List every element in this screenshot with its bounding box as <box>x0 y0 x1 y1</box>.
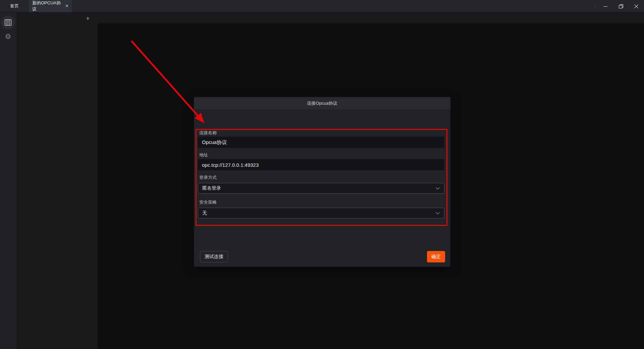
address-input[interactable] <box>198 159 444 170</box>
maximize-icon <box>619 4 624 9</box>
maximize-button[interactable] <box>613 0 629 12</box>
security-policy-value: 无 <box>202 210 207 216</box>
toolbar-strip <box>16 12 644 23</box>
window-controls <box>595 0 644 12</box>
chevron-down-icon <box>435 187 440 190</box>
minimize-button[interactable] <box>598 0 613 12</box>
dialog-header: 连接Opcua协议 <box>194 97 450 110</box>
sidebar-item-settings[interactable]: ⚙ <box>1 30 15 43</box>
login-method-value: 匿名登录 <box>202 185 221 191</box>
ok-button[interactable]: 确定 <box>427 251 445 262</box>
chevron-down-icon <box>435 212 440 215</box>
connection-name-label: 连接名称 <box>199 130 217 136</box>
titlebar: 首页 新的OPCUA协议 × <box>0 0 644 12</box>
tab-opcua-label: 新的OPCUA协议 <box>32 0 61 12</box>
close-icon <box>634 4 639 9</box>
connection-list-panel <box>16 23 98 349</box>
ok-label: 确定 <box>431 254 441 260</box>
connect-opcua-dialog: 连接Opcua协议 连接名称 地址 登录方式 匿名登录 安全策略 无 测试连接 … <box>194 97 450 267</box>
close-button[interactable] <box>629 0 644 12</box>
window-controls-divider <box>595 3 595 9</box>
settings-icon: ⚙ <box>5 33 11 41</box>
security-policy-select[interactable]: 无 <box>198 208 444 218</box>
devices-icon <box>4 19 12 26</box>
tab-close-icon[interactable]: × <box>65 3 68 9</box>
tab-home-label: 首页 <box>10 3 19 9</box>
test-connection-label: 测试连接 <box>205 254 223 260</box>
security-policy-label: 安全策略 <box>199 199 217 205</box>
dialog-title: 连接Opcua协议 <box>307 100 337 106</box>
address-label: 地址 <box>199 152 208 158</box>
sidebar-item-devices[interactable] <box>1 16 15 29</box>
tab-opcua[interactable]: 新的OPCUA协议 × <box>29 0 72 12</box>
add-connection-button[interactable]: + <box>84 14 92 22</box>
connection-name-input[interactable] <box>198 137 444 148</box>
login-method-select[interactable]: 匿名登录 <box>198 183 444 194</box>
sidebar-rail: ⚙ <box>0 12 16 349</box>
plus-icon: + <box>86 15 90 22</box>
login-method-label: 登录方式 <box>199 174 217 181</box>
app-window: 首页 新的OPCUA协议 × <box>0 0 644 349</box>
tab-home[interactable]: 首页 <box>0 0 29 12</box>
test-connection-button[interactable]: 测试连接 <box>200 251 228 262</box>
minimize-icon <box>603 4 608 9</box>
